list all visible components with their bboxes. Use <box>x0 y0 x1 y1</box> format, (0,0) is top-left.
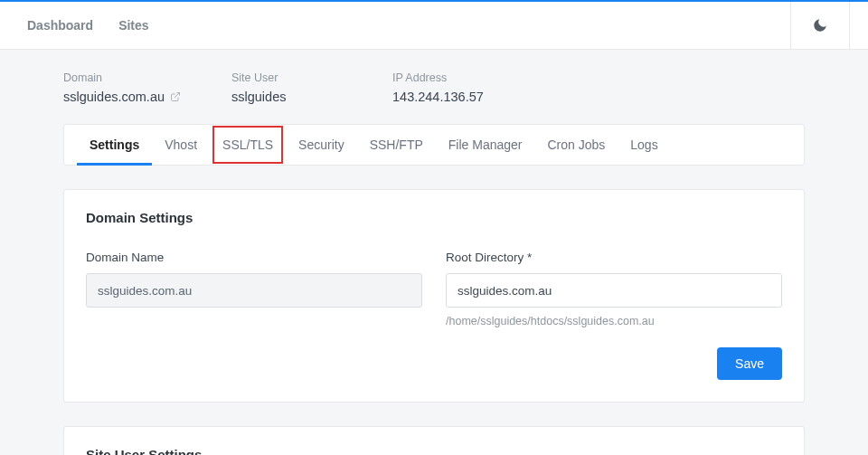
top-nav: Dashboard Sites <box>0 2 868 50</box>
tab-settings[interactable]: Settings <box>77 125 152 165</box>
domain-name-group: Domain Name <box>86 251 422 327</box>
info-domain: Domain sslguides.com.au <box>63 71 231 104</box>
root-directory-label: Root Directory * <box>446 251 782 264</box>
tab-logs[interactable]: Logs <box>618 125 670 165</box>
tab-security[interactable]: Security <box>286 125 357 165</box>
tab-file-manager[interactable]: File Manager <box>436 125 535 165</box>
info-domain-label: Domain <box>63 71 231 84</box>
tabs: Settings Vhost SSL/TLS Security SSH/FTP … <box>64 125 804 165</box>
root-directory-hint: /home/sslguides/htdocs/sslguides.com.au <box>446 315 782 327</box>
dark-mode-toggle[interactable] <box>790 2 849 49</box>
nav-sites[interactable]: Sites <box>118 18 148 33</box>
info-ip-value: 143.244.136.57 <box>392 90 484 104</box>
top-nav-right <box>790 2 868 49</box>
nav-dashboard[interactable]: Dashboard <box>27 18 93 33</box>
site-user-settings-card: Site User Settings <box>63 426 805 455</box>
tabs-card: Settings Vhost SSL/TLS Security SSH/FTP … <box>63 124 805 166</box>
external-link-icon <box>170 91 181 102</box>
info-domain-value: sslguides.com.au <box>63 90 231 104</box>
info-siteuser: Site User sslguides <box>231 71 392 104</box>
site-info-row: Domain sslguides.com.au Site User sslgui… <box>63 71 805 104</box>
tab-cron-jobs[interactable]: Cron Jobs <box>534 125 618 165</box>
svg-line-0 <box>175 93 180 99</box>
domain-name-label: Domain Name <box>86 251 422 264</box>
content: Domain sslguides.com.au Site User sslgui… <box>0 50 868 455</box>
domain-settings-form-row: Domain Name Root Directory * /home/sslgu… <box>86 251 782 327</box>
save-button[interactable]: Save <box>717 347 782 380</box>
info-siteuser-label: Site User <box>231 71 392 84</box>
info-ip: IP Address 143.244.136.57 <box>392 71 484 104</box>
domain-settings-title: Domain Settings <box>86 210 782 225</box>
tab-vhost[interactable]: Vhost <box>152 125 210 165</box>
info-siteuser-value: sslguides <box>231 90 392 104</box>
moon-icon <box>812 17 828 33</box>
info-ip-label: IP Address <box>392 71 484 84</box>
site-user-settings-panel: Site User Settings <box>64 427 804 455</box>
top-nav-left: Dashboard Sites <box>27 18 149 33</box>
domain-settings-actions: Save <box>86 347 782 380</box>
root-directory-group: Root Directory * /home/sslguides/htdocs/… <box>446 251 782 327</box>
site-user-settings-title: Site User Settings <box>86 447 782 455</box>
nav-right-overflow[interactable] <box>849 2 868 49</box>
domain-link[interactable]: sslguides.com.au <box>63 90 165 104</box>
domain-settings-card: Domain Settings Domain Name Root Directo… <box>63 189 805 403</box>
domain-settings-panel: Domain Settings Domain Name Root Directo… <box>64 190 804 402</box>
tab-ssh-ftp[interactable]: SSH/FTP <box>357 125 436 165</box>
root-directory-input[interactable] <box>446 273 782 308</box>
tab-ssl-tls[interactable]: SSL/TLS <box>212 125 284 165</box>
domain-name-input <box>86 273 422 308</box>
